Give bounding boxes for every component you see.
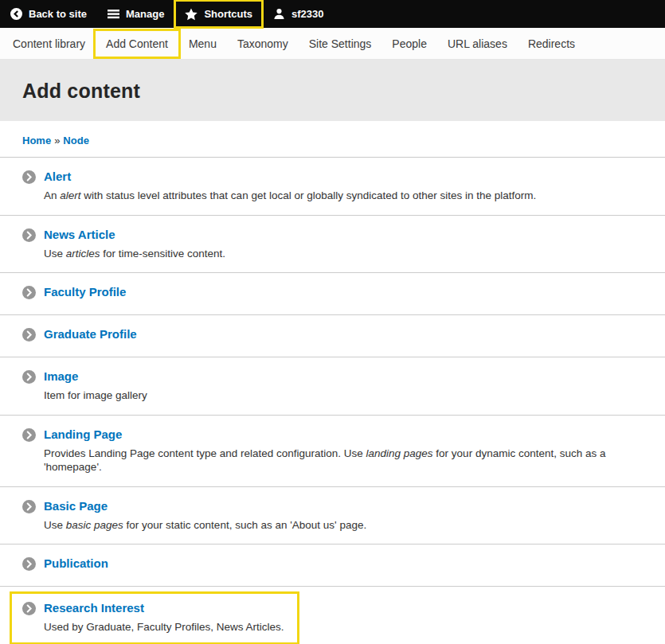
content-type-link-image[interactable]: Image [44, 369, 78, 383]
circle-arrow-left-icon [10, 8, 22, 20]
hamburger-icon [108, 8, 119, 20]
content-type-description: Provides Landing Page content type and r… [44, 447, 643, 474]
content-type-text: Research InterestUsed by Graduate, Facul… [44, 601, 284, 634]
content-type-item: Graduate Profile [22, 327, 137, 342]
shortcuts-tab[interactable]: Shortcuts [174, 0, 263, 28]
chevron-right-circle-icon [22, 286, 36, 299]
tab-site-settings[interactable]: Site Settings [299, 31, 382, 57]
content-type-description: Use basic pages for your static content,… [44, 518, 366, 533]
page-title: Add content [22, 80, 643, 103]
chevron-right-circle-icon [22, 370, 36, 384]
content-type-link-research-interest[interactable]: Research Interest [44, 601, 144, 615]
content-type-text: Publication [44, 556, 108, 571]
content-type-link-news-article[interactable]: News Article [44, 228, 115, 241]
content-type-text: Landing PageProvides Landing Page conten… [44, 427, 643, 474]
content-type-description: Use articles for time-sensitive content. [44, 247, 225, 261]
page-header: Add content [0, 60, 665, 121]
user-account-tab[interactable]: sf2330 [263, 0, 334, 28]
tab-url-aliases[interactable]: URL aliases [437, 31, 518, 57]
breadcrumb: Home»Node [0, 121, 665, 158]
chevron-right-circle-icon [22, 228, 36, 242]
content-type-text: News ArticleUse articles for time-sensit… [44, 228, 225, 261]
content-type-link-landing-page[interactable]: Landing Page [44, 427, 122, 441]
content-type-item: AlertAn alert with status level attribut… [22, 170, 536, 203]
chevron-right-circle-icon [22, 428, 36, 442]
chevron-right-circle-icon [22, 328, 36, 342]
content-type-row-graduate-profile: Graduate Profile [0, 315, 665, 357]
back-to-site-label: Back to site [29, 8, 87, 20]
admin-toolbar: Back to site Manage Shortcuts sf2330 [0, 0, 665, 28]
content-type-row-image: ImageItem for image gallery [0, 357, 665, 416]
content-type-row-news-article: News ArticleUse articles for time-sensit… [0, 216, 665, 274]
content-type-item: ImageItem for image gallery [22, 369, 147, 403]
tab-menu[interactable]: Menu [178, 31, 227, 57]
content-type-link-faculty-profile[interactable]: Faculty Profile [44, 285, 126, 299]
tab-redirects[interactable]: Redirects [518, 31, 585, 57]
content-type-item: Landing PageProvides Landing Page conten… [22, 427, 643, 474]
manage-label: Manage [126, 8, 164, 20]
person-icon [273, 8, 285, 20]
annotation-highlight-box: Research InterestUsed by Graduate, Facul… [10, 591, 299, 644]
content-type-link-publication[interactable]: Publication [44, 556, 108, 570]
content-type-item: Publication [22, 556, 108, 571]
content-type-text: AlertAn alert with status level attribut… [44, 170, 536, 203]
back-to-site-button[interactable]: Back to site [0, 0, 97, 28]
shortcuts-label: Shortcuts [204, 8, 252, 20]
content-type-row-alert: AlertAn alert with status level attribut… [0, 158, 665, 216]
content-type-link-graduate-profile[interactable]: Graduate Profile [44, 327, 137, 341]
content-type-item: News ArticleUse articles for time-sensit… [22, 228, 225, 261]
breadcrumb-separator: » [54, 135, 60, 146]
content-type-description: Used by Graduate, Faculty Profiles, News… [44, 620, 284, 634]
content-type-link-alert[interactable]: Alert [44, 170, 71, 183]
content-type-list: AlertAn alert with status level attribut… [0, 158, 665, 644]
content-type-text: Basic PageUse basic pages for your stati… [44, 499, 366, 533]
content-type-text: Graduate Profile [44, 327, 137, 342]
tab-taxonomy[interactable]: Taxonomy [227, 31, 299, 57]
tab-people[interactable]: People [381, 31, 437, 57]
manage-tab[interactable]: Manage [97, 0, 174, 28]
content-type-row-landing-page: Landing PageProvides Landing Page conten… [0, 416, 665, 487]
content-type-text: Faculty Profile [44, 285, 126, 299]
content-type-item: Faculty Profile [22, 285, 126, 299]
breadcrumb-home-link[interactable]: Home [22, 135, 51, 146]
content-type-description: An alert with status level attributes th… [44, 189, 536, 203]
shortcuts-toolbar: Content libraryAdd ContentMenuTaxonomySi… [0, 28, 665, 60]
content-type-description: Item for image gallery [44, 388, 147, 403]
content-type-row-publication: Publication [0, 544, 665, 587]
star-icon [185, 8, 198, 21]
tab-content-library[interactable]: Content library [2, 31, 96, 57]
chevron-right-circle-icon [22, 557, 36, 571]
content-type-link-basic-page[interactable]: Basic Page [44, 499, 108, 513]
chevron-right-circle-icon [22, 170, 36, 184]
chevron-right-circle-icon [22, 500, 36, 513]
content-type-item: Basic PageUse basic pages for your stati… [22, 499, 366, 533]
content-type-row-basic-page: Basic PageUse basic pages for your stati… [0, 487, 665, 545]
content-type-row-faculty-profile: Faculty Profile [0, 273, 665, 315]
content-type-text: ImageItem for image gallery [44, 369, 147, 403]
username-label: sf2330 [291, 8, 323, 20]
tab-add-content[interactable]: Add Content [96, 31, 178, 57]
content-type-row-research-interest: Research InterestUsed by Graduate, Facul… [0, 587, 665, 644]
breadcrumb-node-link[interactable]: Node [63, 135, 89, 146]
chevron-right-circle-icon [22, 602, 36, 615]
